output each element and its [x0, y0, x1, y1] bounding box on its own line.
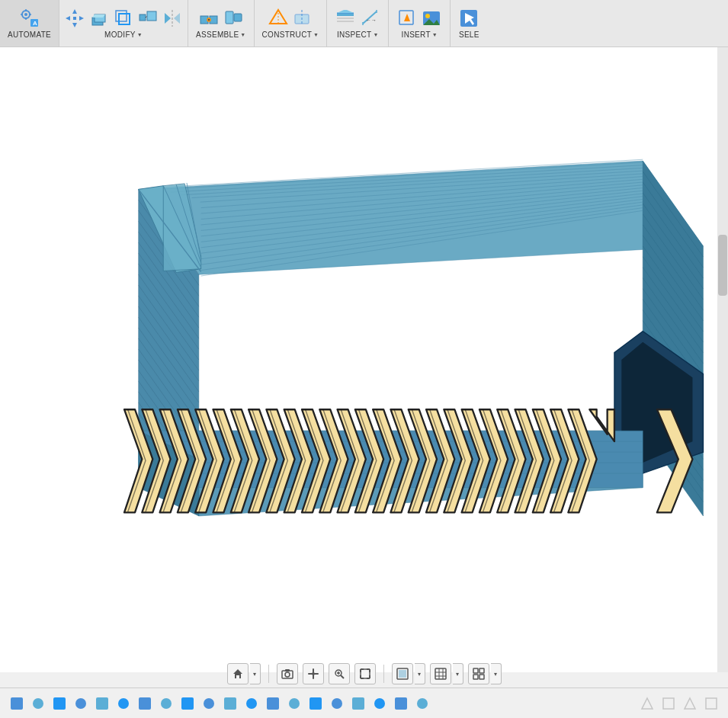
svg-point-199 — [161, 698, 172, 709]
status-icon-12[interactable] — [242, 694, 261, 713]
svg-marker-45 — [404, 14, 410, 21]
svg-point-165 — [285, 672, 290, 677]
inspect-text: INSPECT — [337, 30, 371, 39]
status-icon-18[interactable] — [370, 694, 389, 713]
svg-marker-10 — [66, 16, 70, 21]
grid2-button[interactable] — [468, 663, 489, 684]
viewport[interactable] — [0, 47, 728, 672]
home-button[interactable] — [227, 663, 249, 684]
svg-rect-198 — [139, 697, 151, 710]
camera-button[interactable] — [277, 663, 298, 684]
grid1-button[interactable] — [430, 663, 451, 684]
svg-marker-163 — [233, 669, 242, 678]
svg-marker-9 — [72, 23, 77, 27]
status-icon-15[interactable] — [306, 694, 325, 713]
status-icon-7[interactable] — [136, 694, 154, 713]
main-toolbar: A AUTOMATE — [0, 0, 728, 47]
toolbar-group-assemble[interactable]: ASSEMBLE ▼ — [188, 0, 255, 46]
model-view — [0, 47, 728, 672]
status-icon-19[interactable] — [392, 694, 410, 713]
display-mode-button[interactable] — [392, 663, 413, 684]
toolbar-group-inspect[interactable]: ←→ INSPECT ▼ — [327, 0, 389, 46]
svg-marker-22 — [165, 13, 171, 24]
inspect-icon — [335, 8, 356, 29]
svg-rect-208 — [352, 697, 364, 710]
svg-rect-29 — [234, 14, 242, 21]
grid1-dropdown[interactable]: ▾ — [453, 663, 463, 684]
status-icon-11[interactable] — [221, 694, 239, 713]
nav-icon-3[interactable] — [681, 694, 699, 713]
construct-label: CONSTRUCT ▼ — [262, 30, 319, 39]
status-icon-1[interactable] — [8, 694, 26, 713]
mirror-icon — [162, 8, 183, 29]
toolbar-group-modify[interactable]: MODIFY ▼ — [59, 0, 188, 46]
inspect-label: INSPECT ▼ — [337, 30, 379, 39]
status-icon-14[interactable] — [285, 694, 303, 713]
svg-rect-35 — [337, 13, 354, 16]
svg-rect-16 — [116, 11, 127, 21]
svg-rect-182 — [399, 670, 406, 678]
construct-dropdown-arrow: ▼ — [313, 32, 319, 37]
status-icon-13[interactable] — [264, 694, 282, 713]
svg-point-203 — [246, 698, 257, 709]
pan-button[interactable] — [303, 663, 324, 684]
svg-marker-39 — [337, 10, 354, 13]
svg-rect-36 — [337, 18, 354, 19]
svg-rect-215 — [706, 698, 717, 709]
status-icon-10[interactable] — [200, 694, 218, 713]
svg-text:←→: ←→ — [366, 18, 377, 23]
status-icon-16[interactable] — [328, 694, 346, 713]
svg-rect-188 — [473, 668, 478, 673]
automate-icon: A — [19, 8, 40, 29]
toolbar-group-automate[interactable]: A AUTOMATE — [0, 0, 59, 46]
nav-icon-4[interactable] — [702, 694, 720, 713]
svg-rect-194 — [53, 697, 66, 710]
status-icon-8[interactable] — [157, 694, 175, 713]
grid1-group: ▾ — [430, 663, 463, 684]
status-icon-9[interactable] — [178, 694, 197, 713]
canvas-area — [0, 47, 728, 672]
toolbar-group-insert[interactable]: INSERT ▼ — [389, 0, 451, 46]
vertical-scrollbar[interactable] — [717, 47, 728, 672]
svg-point-201 — [204, 698, 214, 709]
automate-label: AUTOMATE — [8, 30, 51, 39]
status-icon-3[interactable] — [50, 694, 69, 713]
plane-icon — [292, 8, 313, 29]
status-icon-5[interactable] — [93, 694, 111, 713]
assemble-dropdown-arrow: ▼ — [240, 32, 245, 37]
nav-icon-2[interactable] — [659, 694, 678, 713]
insert-label: INSERT ▼ — [402, 30, 438, 39]
status-icon-6[interactable] — [114, 694, 133, 713]
svg-rect-200 — [181, 697, 194, 710]
fit-button[interactable] — [354, 663, 376, 684]
toolbar-group-construct[interactable]: CONSTRUCT ▼ — [255, 0, 328, 46]
svg-point-195 — [75, 698, 86, 709]
svg-rect-196 — [96, 697, 108, 710]
display-mode-group: ▾ — [392, 663, 425, 684]
svg-point-205 — [289, 698, 300, 709]
home-dropdown[interactable]: ▾ — [250, 663, 261, 684]
display-mode-dropdown[interactable]: ▾ — [415, 663, 425, 684]
scrollbar-thumb[interactable] — [718, 235, 727, 296]
status-icon-20[interactable] — [413, 694, 431, 713]
svg-line-169 — [341, 675, 344, 678]
status-icon-17[interactable] — [349, 694, 367, 713]
separator-2 — [383, 665, 384, 683]
status-icon-2[interactable] — [29, 694, 47, 713]
zoom-button[interactable] — [329, 663, 350, 684]
svg-rect-37 — [337, 21, 354, 22]
grid2-dropdown[interactable]: ▾ — [491, 663, 502, 684]
insert-dropdown-arrow: ▼ — [432, 32, 438, 37]
svg-marker-15 — [92, 14, 105, 18]
status-icon-4[interactable] — [72, 694, 90, 713]
svg-point-211 — [417, 698, 428, 709]
toolbar-group-select[interactable]: SELE — [451, 0, 487, 46]
nav-icon-1[interactable] — [638, 694, 656, 713]
modify-dropdown-arrow: ▼ — [137, 32, 143, 37]
svg-rect-213 — [663, 698, 674, 709]
svg-rect-191 — [479, 675, 484, 679]
joint-icon — [223, 8, 244, 29]
svg-marker-212 — [642, 698, 653, 709]
scale-icon — [137, 8, 159, 29]
svg-rect-166 — [285, 669, 290, 672]
